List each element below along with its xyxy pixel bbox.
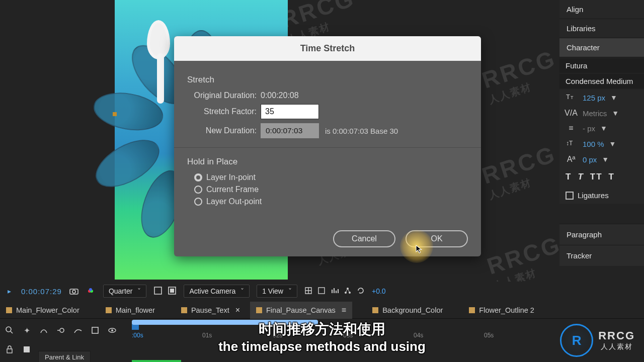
layer-handle[interactable]: [113, 112, 117, 116]
font-family-value: Futura: [566, 61, 587, 70]
cursor-icon: [416, 245, 424, 253]
exposure-value[interactable]: +0.0: [372, 287, 386, 295]
tracking-value: - px: [583, 124, 595, 133]
tracking-icon: ≡: [565, 124, 578, 133]
chevron-down-icon: ▼: [609, 140, 616, 148]
tab-label: Main_flower: [116, 306, 155, 314]
svg-rect-8: [154, 287, 162, 294]
original-duration-label: Original Duration:: [187, 91, 261, 100]
tab-label: Flower_Outline 2: [479, 306, 534, 314]
refresh-icon[interactable]: [357, 287, 365, 296]
kerning-value: Metrics: [583, 109, 607, 118]
chevron-down-icon: ▼: [600, 124, 607, 132]
faux-italic-button[interactable]: T: [578, 172, 584, 182]
scale-value: 100 %: [583, 140, 604, 148]
comp-icon: [181, 307, 187, 313]
faux-bold-button[interactable]: T: [566, 172, 572, 182]
time-stretch-dialog: Time Stretch Stretch Original Duration: …: [174, 36, 481, 256]
baseline-icon: Aª: [565, 155, 578, 164]
chevron-down-icon: ˅: [288, 287, 292, 295]
comp-icon: [469, 307, 475, 313]
resolution-dropdown[interactable]: Quarter˅: [103, 285, 146, 298]
chart-icon[interactable]: [331, 287, 339, 296]
resolution-value: Quarter: [109, 287, 132, 295]
radio-layer-out-point[interactable]: Layer Out-point: [194, 197, 468, 206]
panel-paragraph[interactable]: Paragraph: [559, 224, 644, 245]
brush-stroke-icon: [144, 20, 176, 103]
kerning-row[interactable]: V/A Metrics ▼: [559, 106, 644, 121]
new-duration-label: New Duration:: [187, 126, 261, 135]
ligatures-checkbox[interactable]: Ligatures: [559, 187, 644, 204]
scale-row[interactable]: ↕T 100 % ▼: [559, 136, 644, 152]
font-style-buttons: T T TT T: [559, 167, 644, 187]
scale-icon: ↕T: [565, 139, 578, 149]
font-size-row[interactable]: TT 125 px ▼: [559, 89, 644, 106]
camera-dropdown[interactable]: Active Camera˅: [184, 285, 250, 298]
tab-pause-text[interactable]: Pause_Text×: [175, 302, 246, 319]
close-icon[interactable]: ×: [233, 306, 240, 315]
share-icon[interactable]: [344, 287, 352, 296]
stretch-section-title: Stretch: [187, 75, 468, 85]
tab-main-flower-color[interactable]: Main_Flower_Color: [0, 302, 86, 318]
tab-final-pause-canvas[interactable]: Final_Pause_Canvas≡: [250, 302, 352, 319]
font-family-dropdown[interactable]: Futura: [559, 58, 644, 73]
transparency-grid-icon[interactable]: [153, 286, 163, 297]
tracking-row[interactable]: ≡ - px ▼: [559, 121, 644, 136]
ok-button[interactable]: OK: [406, 230, 468, 247]
tab-label: Pause_Text: [191, 306, 229, 314]
channel-icon[interactable]: [86, 286, 96, 296]
all-caps-button[interactable]: TT: [590, 172, 603, 182]
chevron-down-icon: ▼: [602, 155, 609, 163]
checkbox-icon: [566, 192, 574, 200]
camera-value: Active Camera: [189, 287, 235, 295]
stretch-factor-input[interactable]: [261, 104, 319, 119]
view-dropdown[interactable]: 1 View˅: [257, 285, 297, 298]
new-duration-value[interactable]: 0:00:07:03: [261, 123, 319, 138]
panel-libraries[interactable]: Libraries: [559, 19, 644, 38]
svg-point-4: [72, 290, 75, 293]
comp-icon: [106, 307, 112, 313]
comp-icon: [256, 307, 262, 313]
radio-current-frame[interactable]: Current Frame: [194, 185, 468, 194]
tab-label: Final_Pause_Canvas: [266, 306, 336, 314]
cancel-button[interactable]: Cancel: [333, 230, 395, 247]
svg-text:T: T: [566, 93, 570, 101]
new-duration-extra: is 0:00:07:03 Base 30: [325, 127, 398, 135]
grid-icon[interactable]: [317, 287, 326, 296]
tab-main-flower[interactable]: Main_flower: [100, 302, 161, 318]
radio-label: Layer Out-point: [206, 197, 262, 206]
hold-in-place-title: Hold in Place: [187, 157, 468, 167]
guides-icon[interactable]: [304, 287, 312, 296]
dialog-title: Time Stretch: [174, 36, 481, 61]
baseline-value: 0 px: [583, 155, 597, 164]
current-timecode[interactable]: 0:00:07:29: [21, 287, 62, 296]
stretch-factor-label: Stretch Factor:: [187, 107, 261, 116]
mask-icon[interactable]: [168, 286, 177, 297]
arrow-icon[interactable]: ▸: [4, 286, 14, 296]
kerning-icon: V/A: [565, 109, 578, 118]
panel-tracker[interactable]: Tracker: [559, 245, 644, 266]
svg-point-7: [89, 288, 92, 291]
small-caps-button[interactable]: T: [609, 172, 615, 182]
baseline-row[interactable]: Aª 0 px ▼: [559, 152, 644, 167]
tab-background-color[interactable]: Background_Color: [366, 302, 449, 318]
radio-layer-in-point[interactable]: Layer In-point: [194, 173, 468, 182]
brand-text-main: RRCG: [598, 329, 635, 342]
font-size-value: 125 px: [583, 94, 605, 102]
view-value: 1 View: [262, 287, 283, 295]
menu-icon[interactable]: ≡: [340, 306, 346, 315]
font-style-dropdown[interactable]: Condensed Medium: [559, 74, 644, 88]
tab-label: Background_Color: [382, 306, 443, 314]
chevron-down-icon: ▼: [612, 109, 619, 117]
font-size-icon: TT: [565, 93, 578, 103]
svg-text:↕T: ↕T: [566, 140, 573, 147]
panel-align[interactable]: Align: [559, 0, 644, 19]
panel-character[interactable]: Character: [559, 38, 644, 57]
snapshot-icon[interactable]: [69, 286, 79, 296]
original-duration-value: 0:00:20:08: [261, 91, 299, 100]
tab-flower-outline-2[interactable]: Flower_Outline 2: [463, 302, 540, 318]
comp-icon: [6, 307, 12, 313]
chevron-down-icon: ˅: [137, 287, 141, 295]
ligatures-label: Ligatures: [578, 191, 609, 200]
svg-text:T: T: [571, 95, 574, 100]
